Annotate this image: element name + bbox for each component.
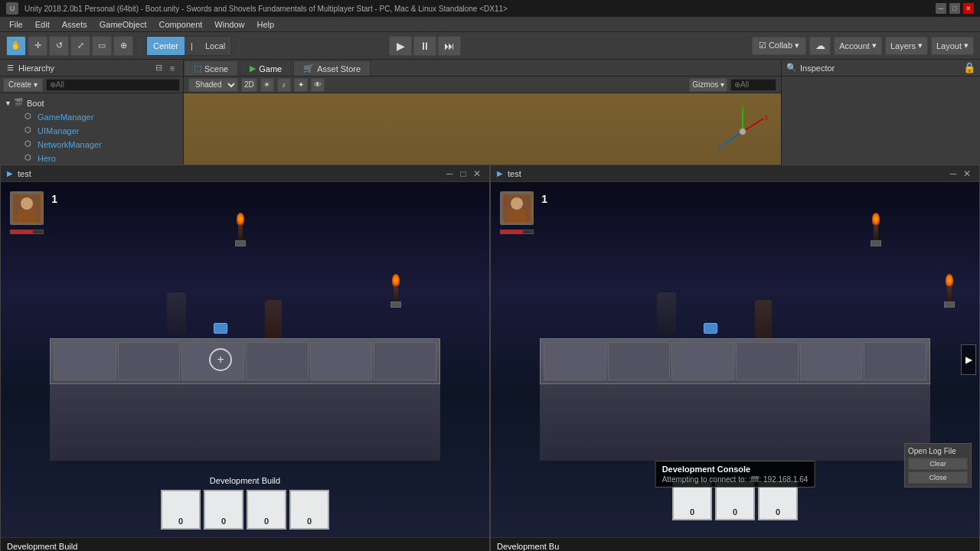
gizmos-button[interactable]: Gizmos ▾ <box>689 78 727 92</box>
slot-num-3: 0 <box>264 517 269 526</box>
transform-tool[interactable]: ⊕ <box>113 36 133 56</box>
platform-front-left <box>50 384 440 461</box>
game-window-left-header: ▶ test ─ □ ✕ <box>1 165 489 182</box>
menu-assets[interactable]: Assets <box>56 18 93 31</box>
hotbar-slot-4[interactable]: 0 <box>289 490 329 530</box>
tile-r <box>736 342 799 380</box>
hotbar-slot-2[interactable]: 0 <box>204 490 243 530</box>
nav-arrow-right[interactable]: ▶ <box>961 344 976 375</box>
cloud-button[interactable]: ☁ <box>809 37 831 55</box>
health-bar-fill-left <box>11 230 33 233</box>
rect-tool[interactable]: ▭ <box>92 36 112 56</box>
game-title-left: test <box>18 169 31 178</box>
2d-button[interactable]: 2D <box>241 78 257 92</box>
layers-button[interactable]: Layers ▾ <box>885 37 928 55</box>
gw-left-maximize[interactable]: □ <box>457 168 469 180</box>
player-avatar-container-left: 1 <box>10 191 44 225</box>
svg-text:X: X <box>764 114 769 122</box>
close-log-button[interactable]: Close <box>908 471 968 484</box>
shading-dropdown[interactable]: Shaded <box>188 78 238 92</box>
menu-window[interactable]: Window <box>208 18 250 31</box>
hierarchy-menu-btn[interactable]: ≡ <box>166 62 178 74</box>
stone-tiles-right <box>544 342 926 380</box>
scene-search[interactable] <box>730 79 776 91</box>
lights-button[interactable]: ☀ <box>260 78 274 92</box>
play-button[interactable]: ▶ <box>389 36 412 56</box>
collab-button[interactable]: ☑ Collab ▾ <box>752 37 806 55</box>
toolbar: ✋ ✛ ↺ ⤢ ▭ ⊕ Center | Local ▶ ⏸ ⏭ ☑ Colla… <box>0 32 980 60</box>
move-tool[interactable]: ✛ <box>28 36 47 56</box>
scale-tool[interactable]: ⤢ <box>70 36 90 56</box>
dev-build-label-right: Development Bu <box>497 542 559 551</box>
tab-game[interactable]: ▶ Game <box>240 60 292 76</box>
torch-top-right-window <box>871 213 881 246</box>
menu-file[interactable]: File <box>3 18 29 31</box>
inspector-lock-button[interactable]: 🔒 <box>963 62 975 74</box>
account-chevron: ▾ <box>872 41 877 51</box>
dev-console: Development Console Attempting to connec… <box>655 461 815 487</box>
gw-left-close[interactable]: ✕ <box>471 168 483 180</box>
layout-chevron: ▾ <box>964 41 969 51</box>
torch-flame-top-right <box>872 213 880 225</box>
game-window-right-controls: ─ ✕ <box>947 168 973 180</box>
center-btn[interactable]: Center <box>147 37 185 55</box>
gizmo-widget[interactable]: Y X Z <box>716 105 769 158</box>
gw-right-minimize[interactable]: ─ <box>947 168 959 180</box>
torch-base-right <box>390 302 401 308</box>
char-right-2 <box>755 300 772 338</box>
crosshair-left <box>209 348 232 371</box>
svg-line-2 <box>743 119 763 132</box>
gw-left-minimize[interactable]: ─ <box>443 168 456 180</box>
game-window-right-title: test <box>508 169 521 178</box>
tab-scene[interactable]: ⬚ Scene <box>184 60 238 76</box>
menu-component[interactable]: Component <box>152 18 208 31</box>
layers-chevron: ▾ <box>918 41 923 51</box>
effects-button[interactable]: ✦ <box>294 78 308 92</box>
svg-rect-12 <box>508 210 526 222</box>
torch-mid-right-left <box>390 274 401 308</box>
create-button[interactable]: Create ▾ <box>3 78 43 92</box>
step-button[interactable]: ⏭ <box>438 36 461 56</box>
minimize-button[interactable]: ─ <box>936 3 946 14</box>
audio-button[interactable]: ♪ <box>277 78 291 92</box>
health-bar-bg-left <box>10 230 44 234</box>
tree-item-gamemanager[interactable]: ⬡ GameManager <box>0 110 183 124</box>
menu-edit[interactable]: Edit <box>29 18 56 31</box>
tree-item-hero[interactable]: ⬡ Hero <box>0 152 183 165</box>
tile <box>246 342 309 380</box>
gw-right-close[interactable]: ✕ <box>961 168 973 180</box>
hierarchy-lock-btn[interactable]: ⊟ <box>152 62 165 74</box>
hotbar-slot-3[interactable]: 0 <box>247 490 286 530</box>
tile-r <box>544 342 606 380</box>
game-window-left-title: test <box>18 169 31 178</box>
platform-surface-left <box>50 338 440 384</box>
menu-gameobject[interactable]: GameObject <box>93 18 153 31</box>
account-button[interactable]: Account ▾ <box>834 37 882 55</box>
hidden-objects-button[interactable]: 👁 <box>311 78 325 92</box>
hierarchy-panel-actions: ⊟ ≡ <box>152 62 178 74</box>
scene-toolbar: Shaded 2D ☀ ♪ ✦ 👁 Gizmos ▾ <box>184 77 781 93</box>
local-btn[interactable]: | <box>185 37 199 55</box>
hierarchy-search[interactable] <box>46 79 180 91</box>
hero-label: Hero <box>38 154 56 163</box>
rotate-tool[interactable]: ↺ <box>49 36 69 56</box>
tree-item-networkmanager[interactable]: ⬡ NetworkManager <box>0 138 183 152</box>
tab-asset-store[interactable]: 🛒 Asset Store <box>293 60 371 76</box>
slot-num-1: 0 <box>178 517 183 526</box>
menu-help[interactable]: Help <box>250 18 280 31</box>
torch-flame-left <box>237 213 244 225</box>
pause-button[interactable]: ⏸ <box>413 36 436 56</box>
tree-item-boot[interactable]: ▼ 🎬 Boot <box>0 96 183 110</box>
hotbar-slot-1[interactable]: 0 <box>161 490 201 530</box>
torch-body-right <box>394 286 398 302</box>
tree-item-uimanager[interactable]: ⬡ UIManager <box>0 124 183 138</box>
close-button[interactable]: ✕ <box>963 3 974 14</box>
hero-icon: ⬡ <box>24 153 35 164</box>
char-left-1 <box>167 292 186 334</box>
local-label[interactable]: Local <box>199 37 231 55</box>
hand-tool[interactable]: ✋ <box>6 36 26 56</box>
game-window-right-header: ▶ test ─ ✕ <box>491 165 979 182</box>
clear-log-button[interactable]: Clear <box>908 458 968 470</box>
maximize-button[interactable]: □ <box>949 3 960 14</box>
layout-button[interactable]: Layout ▾ <box>931 37 974 55</box>
